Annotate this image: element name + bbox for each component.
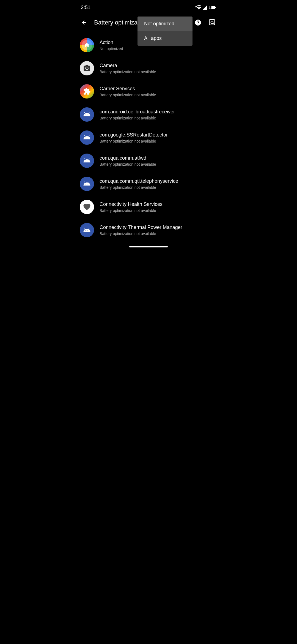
house-icon (84, 42, 90, 48)
app-status: Battery optimization not available (100, 208, 217, 213)
help-icon (194, 19, 202, 26)
app-info-cellbroadcast: com.android.cellbroadcastreceiver Batter… (100, 109, 217, 120)
svg-point-6 (211, 21, 213, 24)
svg-rect-3 (210, 6, 211, 9)
status-icons (195, 5, 216, 10)
app-info-telephony: com.qualcomm.qti.telephonyservice Batter… (100, 178, 217, 189)
battery-icon (209, 6, 216, 9)
app-name: Connectivity Health Services (100, 201, 217, 208)
app-info-ssrestart: com.google.SSRestartDetector Battery opt… (100, 132, 217, 143)
heart-wifi-icon (83, 203, 91, 211)
toolbar-actions (192, 17, 218, 29)
list-item[interactable]: Connectivity Thermal Power Manager Batte… (74, 219, 223, 242)
app-name: Connectivity Thermal Power Manager (100, 224, 217, 231)
list-item[interactable]: com.qualcomm.atfwd Battery optimization … (74, 149, 223, 172)
android-icon (83, 110, 91, 119)
status-time: 2:51 (81, 5, 90, 10)
app-name: com.android.cellbroadcastreceiver (100, 109, 217, 115)
back-arrow-icon (81, 19, 87, 26)
dropdown-item-all-apps[interactable]: All apps (138, 31, 193, 46)
app-icon-connectivity-health (80, 200, 94, 214)
app-name: com.qualcomm.atfwd (100, 155, 217, 161)
list-item[interactable]: Connectivity Health Services Battery opt… (74, 195, 223, 219)
app-icon-action (80, 38, 94, 52)
app-info-camera: Camera Battery optimization not availabl… (100, 62, 217, 74)
list-item[interactable]: com.android.cellbroadcastreceiver Batter… (74, 103, 223, 126)
svg-marker-1 (203, 5, 207, 10)
app-status: Battery optimization not available (100, 231, 217, 236)
app-status: Not optimized (100, 47, 217, 51)
list-item[interactable]: Camera Battery optimization not availabl… (74, 57, 223, 80)
android-icon (83, 157, 91, 165)
help-button[interactable] (192, 17, 204, 29)
home-indicator (74, 244, 223, 252)
app-search-button[interactable] (206, 17, 218, 29)
puzzle-icon (83, 88, 91, 95)
app-status: Battery optimization not available (100, 185, 217, 190)
app-icon-telephony (80, 177, 94, 191)
list-item[interactable]: Carrier Services Battery optimization no… (74, 80, 223, 103)
back-button[interactable] (79, 17, 90, 28)
camera-icon (83, 64, 91, 72)
filter-dropdown: Not optimized All apps (138, 17, 193, 46)
app-name: com.qualcomm.qti.telephonyservice (100, 178, 217, 184)
app-name: Camera (100, 62, 217, 69)
app-status: Battery optimization not available (100, 139, 217, 143)
app-info-atfwd: com.qualcomm.atfwd Battery optimization … (100, 155, 217, 166)
app-icon-ssrestart (80, 130, 94, 145)
android-icon (83, 180, 91, 188)
app-status: Battery optimization not available (100, 116, 217, 120)
app-icon-connectivity-thermal (80, 223, 94, 237)
app-icon-cellbroadcast (80, 107, 94, 122)
home-bar (129, 246, 168, 247)
app-status: Battery optimization not available (100, 93, 217, 97)
svg-line-7 (213, 23, 214, 24)
app-name: com.google.SSRestartDetector (100, 132, 217, 138)
signal-icon (202, 5, 207, 10)
list-item[interactable]: com.google.SSRestartDetector Battery opt… (74, 126, 223, 149)
app-icon-camera (80, 61, 94, 75)
dropdown-item-not-optimized[interactable]: Not optimized (138, 17, 193, 31)
android-icon (83, 226, 91, 234)
status-bar: 2:51 (74, 0, 223, 14)
list-item[interactable]: com.qualcomm.qti.telephonyservice Batter… (74, 172, 223, 195)
app-icon-atfwd (80, 154, 94, 168)
app-info-connectivity-thermal: Connectivity Thermal Power Manager Batte… (100, 224, 217, 236)
app-list: Action Not optimized Camera Battery opti… (74, 34, 223, 242)
app-name: Carrier Services (100, 86, 217, 92)
app-icon-carrier (80, 84, 94, 99)
android-icon (83, 133, 91, 142)
app-status: Battery optimization not available (100, 162, 217, 167)
app-info-carrier: Carrier Services Battery optimization no… (100, 86, 217, 97)
app-info-connectivity-health: Connectivity Health Services Battery opt… (100, 201, 217, 212)
wifi-icon (195, 5, 201, 10)
app-status: Battery optimization not available (100, 70, 217, 74)
svg-rect-4 (215, 7, 216, 8)
search-icon (209, 19, 216, 26)
